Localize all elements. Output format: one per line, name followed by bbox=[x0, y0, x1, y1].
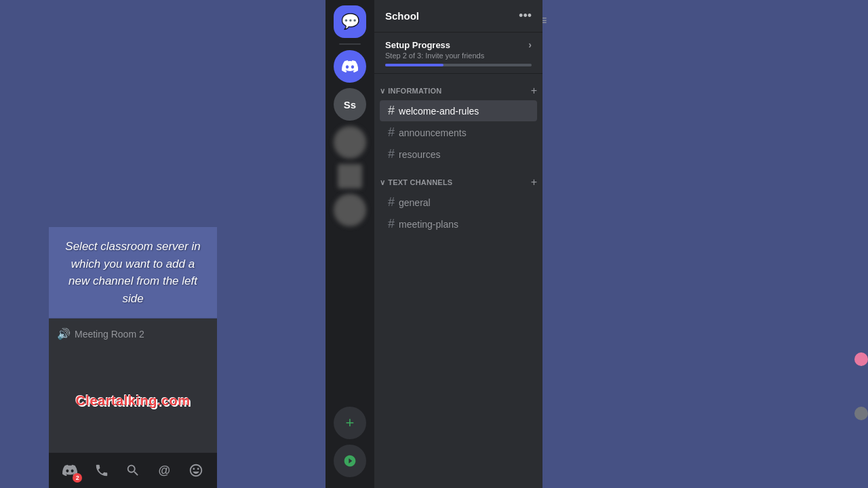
setup-chevron-icon: › bbox=[528, 39, 532, 50]
search-button[interactable] bbox=[119, 457, 146, 484]
overlay-instruction-banner: Select classroom server in which you wan… bbox=[49, 227, 217, 318]
hash-icon: # bbox=[388, 195, 395, 209]
server-icon-blurred-2[interactable] bbox=[338, 164, 362, 188]
hash-icon: # bbox=[388, 125, 395, 140]
server-icon-bar: 💬 Ss + bbox=[326, 0, 374, 488]
channel-general[interactable]: # general bbox=[380, 192, 537, 213]
category-text-channels[interactable]: ∨ TEXT CHANNELS + bbox=[374, 165, 542, 191]
add-information-channel-button[interactable]: + bbox=[531, 85, 537, 97]
channel-announcements[interactable]: # announcements bbox=[380, 122, 537, 143]
icon-bar-divider-1 bbox=[339, 43, 361, 45]
setup-progress-section[interactable]: Setup Progress › Step 2 of 3: Invite you… bbox=[374, 33, 542, 74]
voice-channel-meeting-room-2[interactable]: 🔊 Meeting Room 2 bbox=[49, 324, 217, 344]
server-menu-button[interactable]: ••• bbox=[519, 9, 532, 23]
discord-home-button[interactable] bbox=[56, 457, 83, 484]
setup-title-row: Setup Progress › bbox=[385, 39, 532, 50]
channel-welcome-and-rules[interactable]: # welcome-and-rules bbox=[380, 100, 537, 121]
server-icon-blurred-1[interactable] bbox=[334, 126, 366, 159]
progress-bar-background bbox=[385, 64, 532, 66]
add-server-button[interactable]: + bbox=[334, 407, 366, 439]
server-icon-discord[interactable] bbox=[334, 50, 366, 83]
hash-icon: # bbox=[388, 217, 395, 231]
watermark-text: Cleartalking.com bbox=[75, 393, 190, 408]
emoji-button[interactable] bbox=[182, 457, 210, 484]
server-icon-ss[interactable]: Ss bbox=[334, 88, 366, 121]
server-name: School bbox=[385, 10, 419, 22]
background-right bbox=[542, 0, 868, 488]
app-container: 💬 Ss + School ••• S bbox=[326, 0, 542, 488]
channel-name-general: general bbox=[399, 197, 431, 208]
channel-sidebar: School ••• Setup Progress › Step 2 of 3:… bbox=[374, 0, 542, 488]
watermark-section: Cleartalking.com bbox=[49, 393, 217, 409]
phone-button[interactable] bbox=[88, 457, 115, 484]
speaker-icon: 🔊 bbox=[57, 327, 71, 340]
hash-icon: # bbox=[388, 147, 395, 161]
progress-bar-fill bbox=[385, 64, 443, 66]
mention-button[interactable]: @ bbox=[151, 457, 178, 484]
channel-resources[interactable]: # resources bbox=[380, 144, 537, 165]
icon-bar-bottom: + bbox=[334, 407, 366, 483]
channel-meeting-plans[interactable]: # meeting-plans bbox=[380, 214, 537, 235]
menu-icon[interactable]: ≡ bbox=[537, 11, 868, 30]
explore-servers-button[interactable] bbox=[334, 445, 366, 477]
server-icon-blurred-3[interactable] bbox=[334, 194, 366, 226]
add-text-channel-button[interactable]: + bbox=[531, 176, 537, 188]
setup-progress-label: Setup Progress bbox=[385, 40, 450, 50]
setup-step-label: Step 2 of 3: Invite your friends bbox=[385, 52, 532, 60]
category-text-channels-label: ∨ TEXT CHANNELS bbox=[380, 178, 452, 187]
channel-name-meeting-plans: meeting-plans bbox=[399, 219, 458, 230]
channels-area: ∨ INFORMATION + # welcome-and-rules # an… bbox=[374, 74, 542, 488]
channel-name-resources: resources bbox=[399, 149, 440, 160]
category-chevron-icon: ∨ bbox=[380, 87, 385, 96]
server-icon-chat[interactable]: 💬 bbox=[334, 5, 366, 38]
server-header[interactable]: School ••• bbox=[374, 0, 542, 33]
channel-name-announcements: announcements bbox=[399, 127, 467, 138]
category-information-label: ∨ INFORMATION bbox=[380, 87, 441, 96]
category-information[interactable]: ∨ INFORMATION + bbox=[374, 74, 542, 100]
hash-icon: # bbox=[388, 104, 395, 118]
voice-channel-name: Meeting Room 2 bbox=[75, 329, 144, 340]
category-chevron-icon-2: ∨ bbox=[380, 178, 385, 187]
channel-name-welcome: welcome-and-rules bbox=[399, 106, 479, 117]
user-avatar-gray bbox=[854, 407, 868, 420]
user-avatar-pink bbox=[854, 352, 868, 366]
bottom-toolbar: @ bbox=[49, 453, 217, 488]
overlay-instruction-text: Select classroom server in which you wan… bbox=[62, 238, 203, 307]
